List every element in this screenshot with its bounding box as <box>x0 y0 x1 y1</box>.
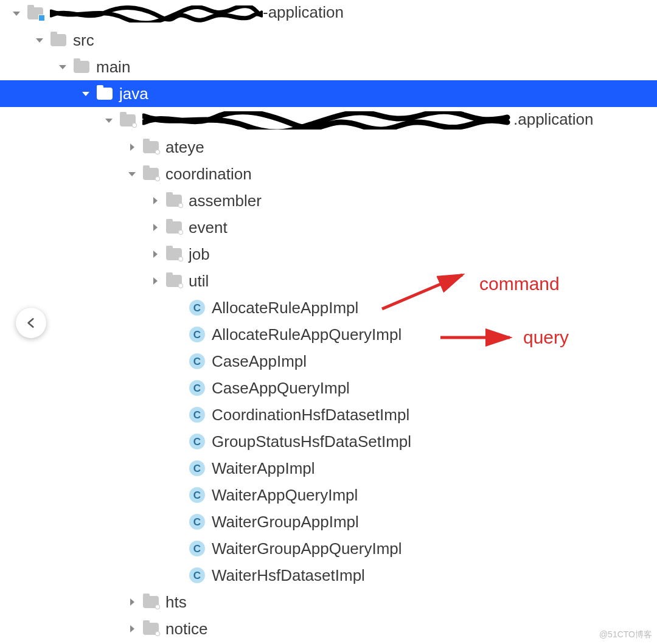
tree-item-class[interactable]: CCaseAppQueryImpl <box>0 375 657 401</box>
class-icon: C <box>189 542 206 555</box>
class-list: CAllocateRuleAppImplCAllocateRuleAppQuer… <box>0 294 657 589</box>
source-folder-icon <box>96 87 113 100</box>
tree-item-event[interactable]: event <box>0 214 657 241</box>
package-icon <box>119 114 136 127</box>
tree-item-label: hts <box>165 594 187 610</box>
folder-icon <box>50 33 67 47</box>
tree-item-label: util <box>189 273 209 289</box>
tree-item-assembler[interactable]: assembler <box>0 187 657 214</box>
watermark: @51CTO博客 <box>599 629 652 640</box>
tree-item-label: assembler <box>189 193 262 209</box>
tree-item-class[interactable]: CCaseAppImpl <box>0 348 657 375</box>
tree-item-label: java <box>119 86 148 102</box>
tree-item-label: CaseAppQueryImpl <box>212 380 350 396</box>
project-tree: -application src main java . <box>0 0 657 642</box>
tree-item-hts[interactable]: hts <box>0 589 657 615</box>
tree-item-label: ateye <box>165 139 204 155</box>
class-icon: C <box>189 435 206 448</box>
class-icon: C <box>189 328 206 341</box>
class-icon: C <box>189 408 206 421</box>
tree-item-label: GroupStatusHsfDataSetImpl <box>212 434 411 449</box>
tree-item-class[interactable]: CAllocateRuleAppQueryImpl <box>0 321 657 348</box>
package-icon <box>165 221 182 234</box>
chevron-down-icon[interactable] <box>127 168 137 179</box>
redaction-scribble <box>142 111 513 130</box>
package-icon <box>142 622 159 635</box>
class-icon: C <box>189 355 206 368</box>
tree-item-coordination[interactable]: coordination <box>0 161 657 187</box>
package-icon <box>165 248 182 261</box>
back-button[interactable] <box>16 308 46 338</box>
package-icon <box>142 167 159 181</box>
chevron-right-icon[interactable] <box>150 222 161 233</box>
tree-item-class[interactable]: CCoordinationHsfDatasetImpl <box>0 401 657 428</box>
package-icon <box>142 595 159 609</box>
chevron-right-icon[interactable] <box>150 275 161 286</box>
class-icon: C <box>189 301 206 314</box>
tree-item-label: WaiterGroupAppQueryImpl <box>212 541 402 556</box>
tree-item-class[interactable]: CWaiterGroupAppQueryImpl <box>0 535 657 562</box>
tree-item-label: event <box>189 220 228 235</box>
tree-item-src[interactable]: src <box>0 27 657 54</box>
folder-icon <box>73 60 90 74</box>
tree-item-label: -application <box>50 4 344 22</box>
tree-item-label: main <box>96 59 130 75</box>
class-icon: C <box>189 488 206 502</box>
chevron-right-icon[interactable] <box>150 249 161 260</box>
tree-item-label: coordination <box>165 166 252 182</box>
tree-item-label: CoordinationHsfDatasetImpl <box>212 407 409 423</box>
tree-item-class[interactable]: CAllocateRuleAppImpl <box>0 294 657 321</box>
tree-item-label: CaseAppImpl <box>212 353 307 369</box>
chevron-down-icon[interactable] <box>57 61 68 72</box>
tree-item-class[interactable]: CGroupStatusHsfDataSetImpl <box>0 428 657 455</box>
chevron-right-icon[interactable] <box>127 142 137 153</box>
chevron-down-icon[interactable] <box>103 115 114 126</box>
tree-item-label: AllocateRuleAppImpl <box>212 300 358 316</box>
tree-item-main[interactable]: main <box>0 54 657 80</box>
class-icon: C <box>189 462 206 475</box>
tree-item-class[interactable]: CWaiterAppImpl <box>0 455 657 482</box>
package-icon <box>165 274 182 288</box>
chevron-down-icon[interactable] <box>11 8 22 19</box>
tree-item-label: WaiterAppImpl <box>212 460 315 476</box>
tree-item-root-module[interactable]: -application <box>0 0 657 27</box>
tree-item-util[interactable]: util <box>0 268 657 294</box>
chevron-right-icon[interactable] <box>127 597 137 608</box>
chevron-right-icon[interactable] <box>127 623 137 634</box>
class-icon: C <box>189 381 206 395</box>
chevron-down-icon[interactable] <box>34 35 45 46</box>
tree-item-package-application[interactable]: .application <box>0 107 657 134</box>
chevron-down-icon[interactable] <box>80 88 91 99</box>
tree-item-label: .application <box>142 111 594 130</box>
tree-item-class[interactable]: CWaiterAppQueryImpl <box>0 482 657 508</box>
tree-item-label: src <box>73 32 94 48</box>
tree-item-class[interactable]: CWaiterHsfDatasetImpl <box>0 562 657 589</box>
class-icon: C <box>189 515 206 528</box>
tree-item-ateye[interactable]: ateye <box>0 134 657 161</box>
package-icon <box>142 140 159 154</box>
class-icon: C <box>189 569 206 582</box>
tree-item-label: WaiterGroupAppImpl <box>212 514 359 530</box>
tree-item-label: WaiterHsfDatasetImpl <box>212 567 365 583</box>
tree-item-java[interactable]: java <box>0 80 657 107</box>
tree-item-label: notice <box>165 621 207 637</box>
package-icon <box>165 194 182 207</box>
tree-item-job[interactable]: job <box>0 241 657 268</box>
redaction-scribble <box>50 5 263 23</box>
tree-item-label: WaiterAppQueryImpl <box>212 487 358 503</box>
tree-item-class[interactable]: CWaiterGroupAppImpl <box>0 508 657 535</box>
module-folder-icon <box>27 7 44 20</box>
tree-item-notice[interactable]: notice <box>0 615 657 642</box>
chevron-left-icon <box>26 317 36 328</box>
tree-item-label: AllocateRuleAppQueryImpl <box>212 327 401 342</box>
chevron-right-icon[interactable] <box>150 195 161 206</box>
tree-item-label: job <box>189 246 210 262</box>
